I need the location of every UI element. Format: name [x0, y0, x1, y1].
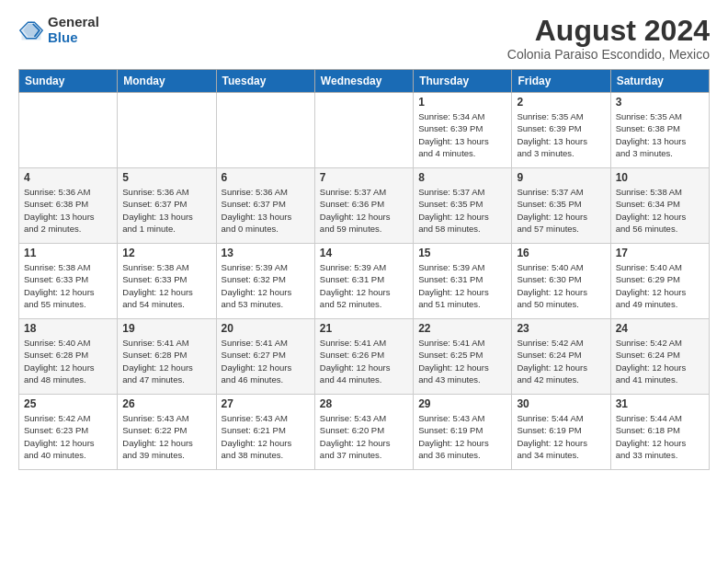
- day-number: 10: [616, 171, 704, 184]
- calendar-cell-3-6: 24Sunrise: 5:42 AM Sunset: 6:24 PM Dayli…: [610, 319, 709, 395]
- day-number: 28: [320, 397, 408, 410]
- calendar-cell-4-0: 25Sunrise: 5:42 AM Sunset: 6:23 PM Dayli…: [19, 395, 118, 470]
- day-info: Sunrise: 5:41 AM Sunset: 6:25 PM Dayligh…: [418, 337, 506, 385]
- day-number: 6: [222, 171, 310, 184]
- page: General Blue August 2024 Colonia Paraiso…: [0, 0, 728, 563]
- calendar-cell-3-2: 20Sunrise: 5:41 AM Sunset: 6:27 PM Dayli…: [216, 319, 314, 395]
- calendar-cell-1-1: 5Sunrise: 5:36 AM Sunset: 6:37 PM Daylig…: [118, 168, 216, 244]
- calendar-cell-0-2: [216, 93, 314, 168]
- header-sunday: Sunday: [19, 70, 118, 93]
- calendar-cell-2-5: 16Sunrise: 5:40 AM Sunset: 6:30 PM Dayli…: [512, 244, 610, 319]
- day-number: 25: [24, 397, 112, 410]
- day-number: 11: [24, 247, 112, 259]
- day-info: Sunrise: 5:37 AM Sunset: 6:36 PM Dayligh…: [320, 186, 408, 235]
- day-info: Sunrise: 5:39 AM Sunset: 6:31 PM Dayligh…: [418, 261, 506, 310]
- day-number: 20: [222, 322, 310, 335]
- day-number: 23: [517, 322, 605, 335]
- day-info: Sunrise: 5:37 AM Sunset: 6:35 PM Dayligh…: [517, 186, 605, 235]
- calendar-cell-3-1: 19Sunrise: 5:41 AM Sunset: 6:28 PM Dayli…: [118, 319, 216, 395]
- calendar-cell-2-3: 14Sunrise: 5:39 AM Sunset: 6:31 PM Dayli…: [314, 244, 413, 319]
- week-row-4: 25Sunrise: 5:42 AM Sunset: 6:23 PM Dayli…: [19, 395, 710, 470]
- logo-general-text: General: [48, 15, 99, 30]
- day-number: 21: [320, 322, 408, 335]
- calendar-cell-4-2: 27Sunrise: 5:43 AM Sunset: 6:21 PM Dayli…: [216, 395, 314, 470]
- day-number: 15: [418, 247, 506, 259]
- day-info: Sunrise: 5:42 AM Sunset: 6:23 PM Dayligh…: [24, 412, 112, 461]
- header: General Blue August 2024 Colonia Paraiso…: [18, 15, 710, 62]
- calendar-cell-1-0: 4Sunrise: 5:36 AM Sunset: 6:38 PM Daylig…: [19, 168, 118, 244]
- calendar-cell-0-4: 1Sunrise: 5:34 AM Sunset: 6:39 PM Daylig…: [414, 93, 512, 168]
- day-info: Sunrise: 5:43 AM Sunset: 6:21 PM Dayligh…: [222, 412, 310, 461]
- day-number: 29: [418, 397, 506, 410]
- day-info: Sunrise: 5:35 AM Sunset: 6:39 PM Dayligh…: [517, 110, 605, 159]
- day-number: 13: [222, 247, 310, 259]
- calendar-cell-2-4: 15Sunrise: 5:39 AM Sunset: 6:31 PM Dayli…: [414, 244, 512, 319]
- day-number: 19: [122, 322, 210, 335]
- day-info: Sunrise: 5:34 AM Sunset: 6:39 PM Dayligh…: [418, 110, 506, 159]
- header-friday: Friday: [512, 70, 610, 93]
- calendar-cell-3-4: 22Sunrise: 5:41 AM Sunset: 6:25 PM Dayli…: [414, 319, 512, 395]
- main-title: August 2024: [507, 15, 710, 47]
- calendar-header-row: Sunday Monday Tuesday Wednesday Thursday…: [19, 70, 710, 93]
- day-number: 14: [320, 247, 408, 259]
- day-number: 30: [517, 397, 605, 410]
- day-info: Sunrise: 5:40 AM Sunset: 6:28 PM Dayligh…: [24, 337, 112, 385]
- week-row-2: 11Sunrise: 5:38 AM Sunset: 6:33 PM Dayli…: [19, 244, 710, 319]
- calendar-cell-0-5: 2Sunrise: 5:35 AM Sunset: 6:39 PM Daylig…: [512, 93, 610, 168]
- day-info: Sunrise: 5:36 AM Sunset: 6:37 PM Dayligh…: [122, 186, 210, 235]
- logo: General Blue: [18, 15, 99, 45]
- day-number: 7: [320, 171, 408, 184]
- calendar-cell-4-1: 26Sunrise: 5:43 AM Sunset: 6:22 PM Dayli…: [118, 395, 216, 470]
- week-row-1: 4Sunrise: 5:36 AM Sunset: 6:38 PM Daylig…: [19, 168, 710, 244]
- day-number: 18: [24, 322, 112, 335]
- day-info: Sunrise: 5:38 AM Sunset: 6:33 PM Dayligh…: [24, 261, 112, 310]
- day-number: 31: [616, 397, 704, 410]
- day-number: 2: [517, 96, 605, 109]
- day-number: 26: [122, 397, 210, 410]
- day-info: Sunrise: 5:39 AM Sunset: 6:32 PM Dayligh…: [222, 261, 310, 310]
- day-number: 3: [616, 96, 704, 109]
- day-info: Sunrise: 5:38 AM Sunset: 6:34 PM Dayligh…: [616, 186, 704, 235]
- day-info: Sunrise: 5:40 AM Sunset: 6:30 PM Dayligh…: [517, 261, 605, 310]
- calendar-cell-3-3: 21Sunrise: 5:41 AM Sunset: 6:26 PM Dayli…: [314, 319, 413, 395]
- day-number: 12: [122, 247, 210, 259]
- day-info: Sunrise: 5:41 AM Sunset: 6:27 PM Dayligh…: [222, 337, 310, 385]
- calendar-cell-4-6: 31Sunrise: 5:44 AM Sunset: 6:18 PM Dayli…: [610, 395, 709, 470]
- day-info: Sunrise: 5:40 AM Sunset: 6:29 PM Dayligh…: [616, 261, 704, 310]
- day-number: 8: [418, 171, 506, 184]
- day-info: Sunrise: 5:35 AM Sunset: 6:38 PM Dayligh…: [616, 110, 704, 159]
- calendar-cell-1-4: 8Sunrise: 5:37 AM Sunset: 6:35 PM Daylig…: [414, 168, 512, 244]
- calendar-cell-4-4: 29Sunrise: 5:43 AM Sunset: 6:19 PM Dayli…: [414, 395, 512, 470]
- calendar-cell-2-6: 17Sunrise: 5:40 AM Sunset: 6:29 PM Dayli…: [610, 244, 709, 319]
- header-monday: Monday: [118, 70, 216, 93]
- calendar-cell-1-5: 9Sunrise: 5:37 AM Sunset: 6:35 PM Daylig…: [512, 168, 610, 244]
- header-tuesday: Tuesday: [216, 70, 314, 93]
- logo-icon: [18, 17, 44, 43]
- day-number: 22: [418, 322, 506, 335]
- header-wednesday: Wednesday: [314, 70, 413, 93]
- calendar-cell-0-1: [118, 93, 216, 168]
- calendar-cell-0-0: [19, 93, 118, 168]
- logo-text: General Blue: [48, 15, 99, 45]
- week-row-3: 18Sunrise: 5:40 AM Sunset: 6:28 PM Dayli…: [19, 319, 710, 395]
- day-info: Sunrise: 5:44 AM Sunset: 6:19 PM Dayligh…: [517, 412, 605, 461]
- day-info: Sunrise: 5:41 AM Sunset: 6:26 PM Dayligh…: [320, 337, 408, 385]
- day-info: Sunrise: 5:36 AM Sunset: 6:37 PM Dayligh…: [222, 186, 310, 235]
- day-info: Sunrise: 5:42 AM Sunset: 6:24 PM Dayligh…: [517, 337, 605, 385]
- day-info: Sunrise: 5:38 AM Sunset: 6:33 PM Dayligh…: [122, 261, 210, 310]
- day-number: 24: [616, 322, 704, 335]
- calendar-cell-1-6: 10Sunrise: 5:38 AM Sunset: 6:34 PM Dayli…: [610, 168, 709, 244]
- day-number: 16: [517, 247, 605, 259]
- calendar-cell-1-3: 7Sunrise: 5:37 AM Sunset: 6:36 PM Daylig…: [314, 168, 413, 244]
- day-info: Sunrise: 5:36 AM Sunset: 6:38 PM Dayligh…: [24, 186, 112, 235]
- header-saturday: Saturday: [610, 70, 709, 93]
- day-number: 9: [517, 171, 605, 184]
- logo-blue-text: Blue: [48, 30, 99, 46]
- day-number: 17: [616, 247, 704, 259]
- week-row-0: 1Sunrise: 5:34 AM Sunset: 6:39 PM Daylig…: [19, 93, 710, 168]
- calendar-cell-2-0: 11Sunrise: 5:38 AM Sunset: 6:33 PM Dayli…: [19, 244, 118, 319]
- day-info: Sunrise: 5:39 AM Sunset: 6:31 PM Dayligh…: [320, 261, 408, 310]
- calendar-cell-2-2: 13Sunrise: 5:39 AM Sunset: 6:32 PM Dayli…: [216, 244, 314, 319]
- day-info: Sunrise: 5:43 AM Sunset: 6:19 PM Dayligh…: [418, 412, 506, 461]
- header-thursday: Thursday: [414, 70, 512, 93]
